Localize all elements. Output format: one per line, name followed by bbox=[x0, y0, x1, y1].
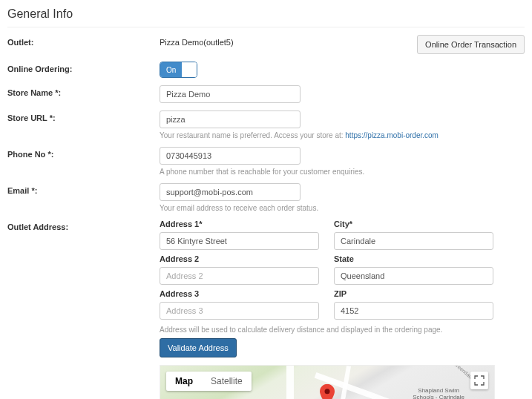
toggle-on-label: On bbox=[160, 62, 182, 77]
store-url-hint: Your restaurant name is preferred. Acces… bbox=[160, 131, 525, 139]
city-label: City* bbox=[334, 220, 493, 228]
address2-input[interactable] bbox=[160, 267, 319, 285]
zip-label: ZIP bbox=[334, 289, 493, 298]
page-title: General Info bbox=[7, 4, 525, 27]
map-tab-map[interactable]: Map bbox=[166, 372, 202, 391]
address1-input[interactable] bbox=[160, 232, 319, 250]
store-url-label: Store URL *: bbox=[7, 111, 160, 122]
address-hint: Address will be used to calculate delive… bbox=[160, 326, 525, 334]
address2-label: Address 2 bbox=[160, 254, 319, 263]
map-poi-label: Shapland Swim Schools - Carindale bbox=[413, 388, 464, 399]
store-name-label: Store Name *: bbox=[7, 85, 160, 97]
phone-input[interactable] bbox=[160, 147, 301, 165]
store-name-input[interactable] bbox=[160, 85, 301, 103]
validate-address-button[interactable]: Validate Address bbox=[160, 338, 237, 357]
online-order-transaction-button[interactable]: Online Order Transaction bbox=[417, 35, 525, 54]
address3-label: Address 3 bbox=[160, 289, 319, 298]
map-type-control[interactable]: Map Satellite bbox=[166, 372, 252, 391]
svg-point-0 bbox=[325, 389, 330, 394]
state-input[interactable] bbox=[334, 267, 493, 285]
toggle-knob bbox=[182, 62, 197, 77]
state-label: State bbox=[334, 254, 493, 263]
outlet-label: Outlet: bbox=[7, 35, 160, 47]
zip-input[interactable] bbox=[334, 302, 493, 320]
fullscreen-icon[interactable] bbox=[470, 372, 488, 389]
address1-label: Address 1* bbox=[160, 220, 319, 228]
online-ordering-toggle[interactable]: On bbox=[160, 62, 197, 78]
phone-label: Phone No *: bbox=[7, 147, 160, 159]
address3-input[interactable] bbox=[160, 302, 319, 320]
store-url-link[interactable]: https://pizza.mobi-order.com bbox=[345, 131, 439, 139]
outlet-value: Pizza Demo(outlet5) bbox=[160, 35, 234, 47]
phone-hint: A phone number that is reachable for you… bbox=[160, 168, 525, 176]
city-input[interactable] bbox=[334, 232, 493, 250]
map-widget[interactable]: Pine Mountain Rd Greendale Way Shapland … bbox=[160, 365, 495, 399]
email-input[interactable] bbox=[160, 183, 301, 201]
online-ordering-label: Online Ordering: bbox=[7, 62, 160, 73]
outlet-address-label: Outlet Address: bbox=[7, 220, 160, 231]
store-url-input[interactable] bbox=[160, 111, 301, 128]
email-hint: Your email address to receive each order… bbox=[160, 204, 525, 212]
map-marker-icon bbox=[320, 383, 335, 399]
email-label: Email *: bbox=[7, 183, 160, 195]
map-tab-satellite[interactable]: Satellite bbox=[202, 372, 252, 391]
